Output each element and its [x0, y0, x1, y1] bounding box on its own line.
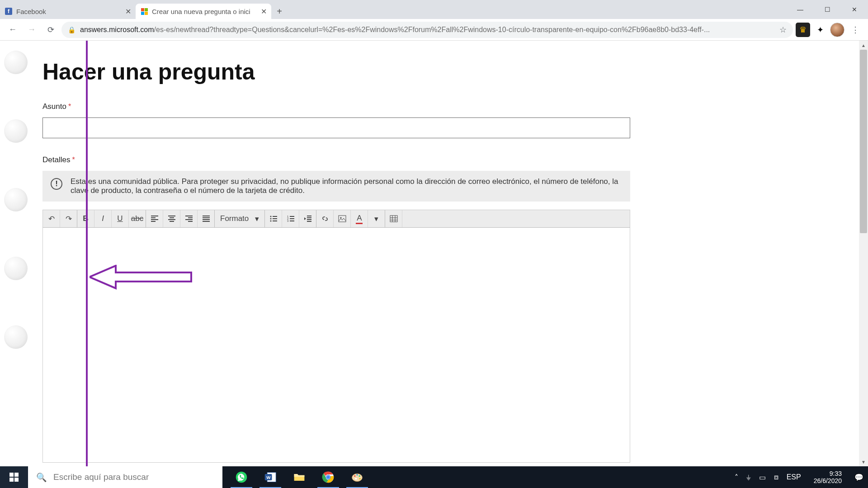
scroll-track[interactable]: [859, 50, 868, 457]
strikethrough-button[interactable]: abc: [129, 210, 146, 227]
taskbar-whatsapp[interactable]: [227, 466, 256, 488]
lock-icon: 🔒: [68, 26, 75, 33]
align-right-button[interactable]: [180, 210, 198, 227]
extension-icon[interactable]: ♛: [796, 23, 810, 37]
search-icon: 🔍: [36, 472, 47, 483]
close-icon[interactable]: ✕: [261, 7, 267, 16]
chevron-down-icon: ▾: [255, 214, 259, 224]
align-left-button[interactable]: [146, 210, 163, 227]
numbered-list-icon: 123: [287, 215, 295, 223]
color-dropdown-button[interactable]: ▾: [368, 210, 385, 227]
numbered-list-button[interactable]: 123: [282, 210, 299, 227]
align-center-button[interactable]: [163, 210, 180, 227]
link-button[interactable]: [316, 210, 334, 227]
svg-rect-9: [390, 216, 397, 222]
align-center-icon: [168, 215, 176, 223]
bubble-icon[interactable]: [4, 51, 28, 74]
align-justify-button[interactable]: [198, 210, 215, 227]
svg-point-3: [270, 221, 271, 222]
nav-back-button[interactable]: ←: [5, 22, 21, 38]
facebook-icon: f: [5, 7, 13, 15]
italic-button[interactable]: I: [94, 210, 112, 227]
scroll-thumb[interactable]: [860, 50, 867, 233]
outdent-button[interactable]: [299, 210, 316, 227]
editor-toolbar: ↶ ↷ B I U abc Formato: [42, 210, 630, 228]
details-field-group: Detalles* ! Esta es una comunidad públic…: [42, 155, 630, 463]
bold-button[interactable]: B: [77, 210, 94, 227]
windows-icon: [9, 473, 19, 482]
svg-point-19: [354, 475, 356, 477]
tab-title: Facebook: [16, 8, 122, 15]
align-right-icon: [185, 215, 193, 223]
underline-button[interactable]: U: [112, 210, 129, 227]
link-icon: [321, 215, 329, 223]
bubble-icon[interactable]: [4, 188, 28, 211]
nav-forward-button[interactable]: →: [24, 22, 40, 38]
wifi-icon[interactable]: ⏚: [746, 473, 751, 481]
taskbar-paint[interactable]: [343, 466, 372, 488]
warning-icon: !: [51, 178, 62, 190]
svg-point-2: [270, 218, 271, 220]
extensions-menu-icon[interactable]: ✦: [813, 23, 827, 37]
svg-point-21: [359, 475, 361, 477]
scroll-up-button[interactable]: ▲: [859, 41, 868, 50]
taskbar-clock[interactable]: 9:33 26/6/2020: [809, 470, 846, 484]
dropbox-icon[interactable]: ⧈: [774, 473, 778, 481]
svg-text:3: 3: [287, 220, 289, 222]
subject-field-group: Asunto*: [42, 102, 630, 138]
battery-icon[interactable]: ▭: [759, 473, 766, 482]
tab-title: Crear una nueva pregunta o inici: [152, 8, 257, 15]
bubble-icon[interactable]: [4, 325, 28, 349]
svg-rect-7: [339, 216, 346, 222]
page-title: Hacer una pregunta: [42, 59, 630, 85]
svg-point-17: [327, 476, 330, 479]
vertical-scrollbar[interactable]: ▲ ▼: [859, 41, 868, 466]
subject-label: Asunto: [42, 102, 66, 111]
left-floating-bubbles: [0, 51, 32, 394]
scroll-down-button[interactable]: ▼: [859, 457, 868, 466]
undo-button[interactable]: ↶: [43, 210, 60, 227]
start-button[interactable]: [0, 466, 28, 488]
tray-overflow-icon[interactable]: ˄: [735, 473, 738, 482]
tab-microsoft-answers[interactable]: Crear una nueva pregunta o inici ✕: [136, 4, 271, 19]
clock-date: 26/6/2020: [814, 477, 842, 484]
whatsapp-icon: [235, 471, 248, 483]
details-editor[interactable]: [42, 228, 630, 463]
minimize-button[interactable]: —: [787, 0, 814, 19]
outdent-icon: [304, 215, 312, 223]
chrome-icon: [322, 471, 335, 483]
bullet-list-button[interactable]: [265, 210, 282, 227]
action-center-icon[interactable]: 💬: [854, 473, 863, 482]
image-button[interactable]: [334, 210, 351, 227]
format-dropdown[interactable]: Formato ▾: [215, 210, 265, 227]
windows-taskbar: 🔍 Escribe aquí para buscar W ˄ ⏚ ▭ ⧈ ESP…: [0, 466, 868, 488]
svg-point-20: [356, 474, 358, 476]
keyboard-language[interactable]: ESP: [787, 473, 801, 481]
taskbar-word[interactable]: W: [256, 466, 285, 488]
tab-facebook[interactable]: f Facebook ✕: [0, 4, 136, 19]
taskbar-apps: W: [227, 466, 372, 488]
nav-reload-button[interactable]: ⟳: [42, 22, 59, 38]
bookmark-star-icon[interactable]: ☆: [779, 25, 787, 35]
new-tab-button[interactable]: +: [271, 4, 288, 19]
subject-input[interactable]: [42, 117, 630, 138]
maximize-button[interactable]: ☐: [814, 0, 841, 19]
redo-button[interactable]: ↷: [60, 210, 77, 227]
address-bar[interactable]: 🔒 answers.microsoft.com /es-es/newthread…: [61, 22, 793, 38]
table-icon: [390, 215, 398, 223]
browser-tab-strip: f Facebook ✕ Crear una nueva pregunta o …: [0, 0, 868, 19]
microsoft-icon: [140, 7, 148, 15]
bullet-list-icon: [269, 215, 278, 223]
system-tray: ˄ ⏚ ▭ ⧈ ESP 9:33 26/6/2020 💬: [730, 466, 868, 488]
close-icon[interactable]: ✕: [125, 7, 131, 16]
profile-avatar[interactable]: [830, 23, 844, 37]
text-color-button[interactable]: A: [351, 210, 368, 227]
taskbar-search-input[interactable]: 🔍 Escribe aquí para buscar: [28, 466, 222, 488]
bubble-icon[interactable]: [4, 257, 28, 280]
taskbar-chrome[interactable]: [314, 466, 343, 488]
table-button[interactable]: [385, 210, 402, 227]
taskbar-explorer[interactable]: [285, 466, 314, 488]
close-window-button[interactable]: ✕: [841, 0, 868, 19]
chrome-menu-button[interactable]: ⋮: [847, 22, 863, 38]
bubble-icon[interactable]: [4, 119, 28, 143]
